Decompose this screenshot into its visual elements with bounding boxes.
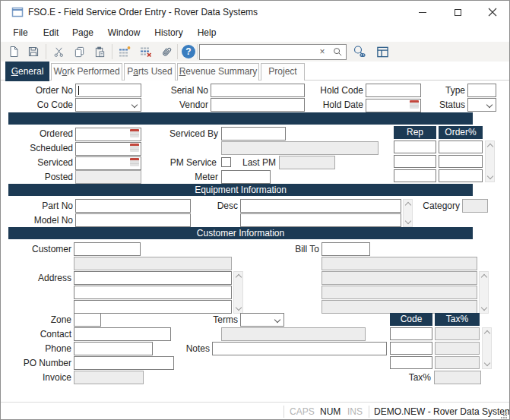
calendar-icon[interactable]: [130, 129, 139, 137]
pm-service-checkbox[interactable]: [221, 157, 231, 167]
rep-cell[interactable]: [394, 155, 436, 168]
phone-input[interactable]: [74, 342, 153, 355]
order-section-bar: [8, 112, 473, 125]
tab-revenue-summary[interactable]: Revenue Summary: [177, 63, 259, 81]
calendar-icon[interactable]: [130, 158, 139, 166]
status-select[interactable]: [467, 98, 496, 112]
scroll-down-icon[interactable]: [480, 305, 486, 311]
menu-item-history[interactable]: History: [150, 24, 188, 42]
help-button[interactable]: ?: [179, 43, 198, 61]
tab-label: a: [133, 66, 138, 77]
paste-button[interactable]: [90, 43, 109, 61]
po-number-input[interactable]: [74, 356, 174, 370]
find-preview-button[interactable]: [350, 43, 369, 61]
minimize-button[interactable]: [405, 1, 440, 24]
tab-label: rts Used: [138, 66, 173, 77]
insert-row-button[interactable]: [115, 43, 135, 61]
insert-row-icon: [119, 46, 131, 58]
part-no-input[interactable]: [75, 199, 191, 213]
scroll-down-icon[interactable]: [483, 360, 489, 366]
desc-input-line2[interactable]: [240, 213, 401, 227]
meter-label: Meter: [150, 170, 218, 184]
menu-item-page[interactable]: Page: [68, 24, 98, 42]
order-pct-column-header: Order%: [439, 126, 483, 139]
address-input-line2[interactable]: [74, 286, 232, 299]
tab-work-performed[interactable]: Work Performed: [51, 63, 122, 81]
vendor-input[interactable]: [211, 98, 305, 112]
order-pct-cell[interactable]: [439, 169, 483, 182]
search-input[interactable]: [200, 45, 322, 59]
close-button[interactable]: [475, 1, 510, 24]
terms-select[interactable]: [240, 313, 284, 327]
title-bar[interactable]: FSO.E - Field Service Order Entry - Rove…: [1, 1, 509, 24]
contact-input[interactable]: [74, 327, 171, 341]
status-context: DEMO.NEW - Rover Data Systems: [374, 403, 510, 420]
bill-address-line2: [322, 286, 477, 299]
clear-search-icon[interactable]: ×: [317, 46, 328, 58]
menu-item-edit[interactable]: Edit: [37, 24, 65, 42]
posted-input: [75, 170, 141, 184]
cut-icon: [53, 46, 65, 58]
tax-grid-scrollbar[interactable]: [482, 327, 492, 369]
search-icon[interactable]: [333, 46, 343, 60]
bill-address-scrollbar[interactable]: [479, 271, 489, 314]
serviced-by-input[interactable]: [221, 127, 286, 141]
customer-input[interactable]: [74, 242, 141, 256]
rep-grid-scrollbar[interactable]: [485, 141, 495, 182]
delete-row-button[interactable]: [136, 43, 156, 61]
zone-input[interactable]: [74, 313, 101, 327]
chevron-down-icon: [486, 102, 493, 108]
menu-item-help[interactable]: Help: [192, 24, 221, 42]
layout-button[interactable]: [372, 43, 392, 61]
co-code-select[interactable]: [75, 98, 141, 112]
menu-item-file[interactable]: File: [7, 24, 34, 42]
ins-indicator: INS: [347, 403, 363, 420]
resize-grip[interactable]: [505, 417, 507, 418]
type-input[interactable]: [467, 84, 496, 97]
cut-button[interactable]: [49, 43, 68, 61]
scroll-up-icon[interactable]: [480, 274, 486, 280]
order-no-input[interactable]: [75, 84, 141, 97]
maximize-button[interactable]: [440, 1, 475, 24]
scroll-up-icon[interactable]: [486, 144, 493, 150]
save-button[interactable]: [24, 43, 43, 61]
notes-input[interactable]: [212, 342, 387, 355]
attach-button[interactable]: [157, 43, 176, 61]
bill-to-input[interactable]: [322, 242, 370, 256]
tab-general[interactable]: General: [5, 62, 49, 81]
address-input-line3[interactable]: [74, 300, 232, 314]
tab-parts-used[interactable]: Parts Used: [124, 63, 176, 81]
category-label: Category: [411, 199, 460, 213]
scroll-up-icon[interactable]: [235, 274, 241, 280]
save-icon: [27, 46, 40, 58]
code-cell[interactable]: [390, 356, 432, 369]
address-scrollbar[interactable]: [233, 271, 243, 314]
tab-label: ect: [285, 66, 297, 77]
rep-cell[interactable]: [394, 169, 436, 182]
scroll-down-icon[interactable]: [404, 218, 410, 224]
scroll-up-icon[interactable]: [404, 202, 410, 208]
calendar-icon[interactable]: [130, 144, 139, 152]
new-document-button[interactable]: [4, 43, 24, 61]
scroll-down-icon[interactable]: [486, 173, 493, 179]
ordered-field: [75, 127, 141, 141]
tab-label: G: [11, 66, 18, 77]
toolbar-separator: [46, 44, 46, 59]
address-input-line1[interactable]: [74, 271, 232, 285]
attach-icon: [158, 43, 176, 61]
serial-no-input[interactable]: [211, 84, 305, 97]
desc-input-line1[interactable]: [240, 199, 401, 213]
code-cell[interactable]: [390, 342, 432, 355]
meter-input[interactable]: [221, 170, 271, 184]
model-no-input[interactable]: [75, 213, 191, 227]
menu-item-window[interactable]: Window: [103, 24, 145, 42]
serviced-by-label: Serviced By: [150, 127, 218, 141]
order-pct-cell[interactable]: [439, 155, 483, 168]
tab-project[interactable]: Project: [261, 63, 305, 81]
order-pct-cell[interactable]: [439, 141, 483, 153]
copy-button[interactable]: [69, 43, 89, 61]
code-cell[interactable]: [390, 327, 432, 340]
scroll-down-icon[interactable]: [235, 305, 241, 311]
rep-cell[interactable]: [394, 141, 436, 153]
scroll-up-icon[interactable]: [483, 330, 489, 336]
